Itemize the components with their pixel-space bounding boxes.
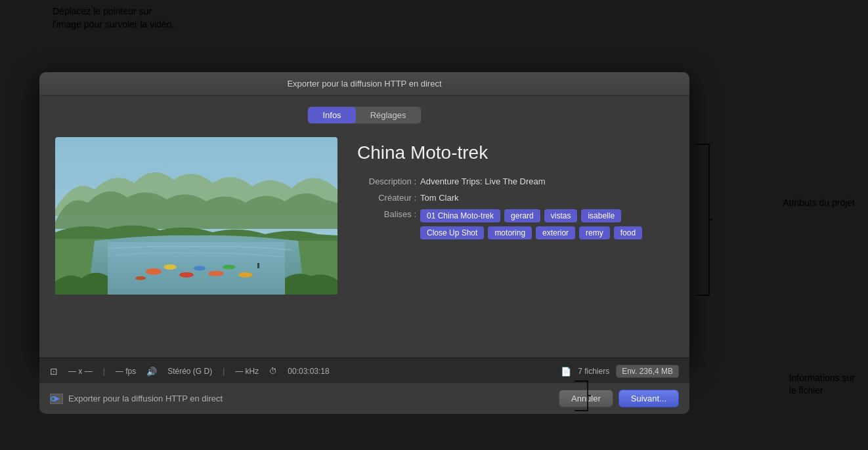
status-audio-icon: 🔊 — [146, 367, 157, 377]
status-icon: ⊡ — [50, 366, 58, 377]
info-row-description: Description : Adventure Trips: Live The … — [357, 176, 674, 186]
status-bar: ⊡ — x — | — fps 🔊 Stéréo (G D) | — kHz ⏱… — [39, 358, 689, 384]
dialog-titlebar: Exporter pour la diffusion HTTP en direc… — [39, 72, 689, 96]
description-value: Adventure Trips: Live The Dream — [420, 176, 546, 186]
svg-point-8 — [223, 265, 236, 270]
tab-infos[interactable]: Infos — [308, 107, 355, 123]
status-files-count: 7 fichiers — [578, 367, 609, 376]
action-bar-title: Exporter pour la diffusion HTTP en direc… — [50, 394, 559, 404]
description-label: Description : — [357, 176, 416, 186]
info-row-creator: Créateur : Tom Clark — [357, 193, 674, 203]
annotation-top-left-line1: Déplacez le pointeur sur — [53, 5, 175, 18]
svg-point-9 — [135, 276, 146, 280]
creator-value: Tom Clark — [420, 193, 459, 203]
action-bar: Exporter pour la diffusion HTTP en direc… — [39, 382, 689, 414]
svg-point-3 — [146, 268, 162, 275]
tab-group: Infos Réglages — [307, 106, 421, 124]
info-panel: China Moto-trek Description : Adventure … — [357, 137, 674, 295]
main-body: China Moto-trek Description : Adventure … — [55, 137, 674, 295]
info-row-tags: Balises : 01 China Moto-trekgerardvistas… — [357, 209, 674, 239]
thumbnail-container — [55, 137, 337, 295]
svg-point-5 — [179, 272, 194, 277]
status-files-icon: 📄 — [561, 367, 571, 377]
annotation-right-file: Informations sur le fichier — [789, 372, 855, 398]
svg-point-4 — [163, 264, 177, 270]
tags-label: Balises : — [357, 209, 416, 239]
action-bar-export-label: Exporter pour la diffusion HTTP en direc… — [68, 394, 223, 403]
tag-item[interactable]: gerard — [504, 209, 540, 222]
annotation-right-file-line2: le fichier — [789, 384, 855, 398]
tag-item[interactable]: motoring — [488, 226, 532, 239]
annotation-right-file-line1: Informations sur — [789, 372, 855, 385]
status-duration: 00:03:03:18 — [288, 367, 329, 376]
tag-item[interactable]: vistas — [544, 209, 578, 222]
annotation-right-project-label: Attributs du projet — [783, 197, 855, 208]
status-fps: — fps — [116, 367, 136, 376]
status-right: 📄 7 fichiers Env. 236,4 MB — [561, 365, 679, 378]
bracket-project — [693, 141, 712, 298]
status-audio: Stéréo (G D) — [167, 367, 212, 376]
thumbnail-image — [55, 137, 337, 295]
tag-item[interactable]: isabelle — [581, 209, 621, 222]
tag-item[interactable]: exterior — [536, 226, 575, 239]
file-size-badge: Env. 236,4 MB — [616, 365, 679, 378]
dialog-title: Exporter pour la diffusion HTTP en direc… — [287, 79, 441, 89]
status-duration-icon: ⏱ — [269, 367, 277, 376]
bracket-file — [571, 378, 591, 414]
tag-item[interactable]: Close Up Shot — [420, 226, 484, 239]
annotation-top-left: Déplacez le pointeur sur l'image pour su… — [53, 5, 175, 31]
tab-reglages[interactable]: Réglages — [356, 107, 421, 123]
dialog-content: Infos Réglages — [39, 96, 689, 363]
export-play-icon — [50, 394, 63, 404]
svg-point-6 — [194, 266, 206, 271]
annotation-right-project: Attributs du projet — [783, 197, 855, 210]
annotation-top-left-line2: l'image pour survoler la vidéo. — [53, 18, 175, 31]
next-button[interactable]: Suivant... — [618, 390, 679, 407]
dialog-window: Exporter pour la diffusion HTTP en direc… — [39, 72, 689, 363]
status-resolution: — x — — [68, 367, 93, 376]
tabs-row: Infos Réglages — [55, 106, 674, 124]
status-audio-hz: — kHz — [235, 367, 259, 376]
project-title: China Moto-trek — [357, 142, 674, 163]
tag-item[interactable]: food — [614, 226, 642, 239]
tags-container: 01 China Moto-trekgerardvistasisabelleCl… — [420, 209, 670, 239]
svg-rect-11 — [257, 263, 259, 268]
svg-point-7 — [208, 271, 224, 276]
tag-item[interactable]: 01 China Moto-trek — [420, 209, 500, 222]
creator-label: Créateur : — [357, 193, 416, 203]
svg-point-10 — [238, 272, 253, 277]
tag-item[interactable]: remy — [579, 226, 610, 239]
